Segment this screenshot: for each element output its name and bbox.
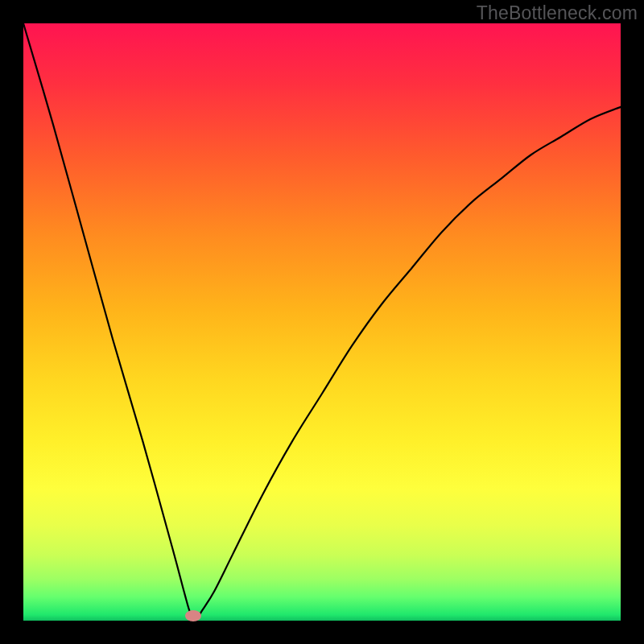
bottleneck-curve xyxy=(23,23,621,621)
watermark-text: TheBottleneck.com xyxy=(477,2,638,24)
plot-area xyxy=(23,23,621,621)
chart-frame: TheBottleneck.com xyxy=(0,0,644,644)
minimum-marker xyxy=(185,610,201,621)
